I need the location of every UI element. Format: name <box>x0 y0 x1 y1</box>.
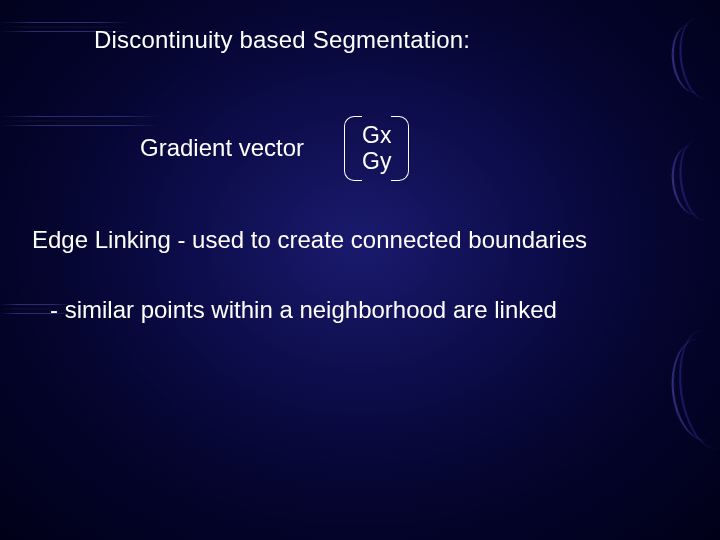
edge-linking-text: Edge Linking - used to create connected … <box>32 226 587 254</box>
decorative-wisp <box>669 22 720 95</box>
gradient-label: Gradient vector <box>140 134 304 162</box>
bracket-left-icon <box>344 116 362 181</box>
vector-entry-gx: Gx <box>362 122 391 148</box>
similar-points-text: - similar points within a neighborhood a… <box>50 296 557 324</box>
decorative-wisp <box>669 144 720 217</box>
vector-entry-gy: Gy <box>362 148 391 174</box>
gradient-row: Gradient vector Gx Gy <box>140 116 405 181</box>
decorative-streak <box>0 120 160 122</box>
bracket-right-icon <box>391 116 409 181</box>
decorative-wisp <box>667 337 720 444</box>
gradient-vector: Gx Gy <box>348 116 405 181</box>
slide-title: Discontinuity based Segmentation: <box>94 26 470 54</box>
